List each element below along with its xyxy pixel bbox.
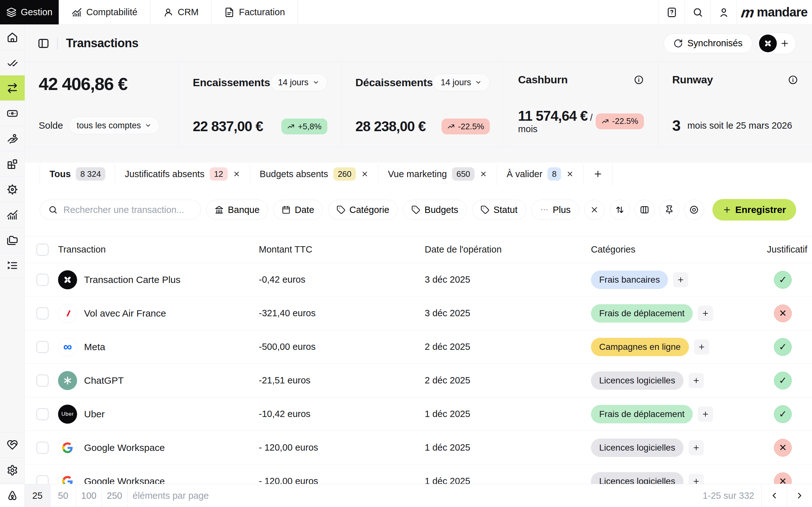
search-button[interactable] [684,0,711,24]
add-category-button[interactable] [698,406,713,422]
row-checkbox[interactable] [37,375,49,387]
sort-button[interactable] [610,200,630,220]
add-category-button[interactable] [689,440,704,455]
justificatif-status[interactable] [774,338,792,356]
table-row[interactable]: Google Workspace - 120,00 euros 1 déc 20… [25,464,812,484]
column-categories[interactable]: Catégories [591,244,767,255]
nav-tab-comptabilite[interactable]: Comptabilité [59,0,150,24]
column-justificatif[interactable]: Justificatif [767,244,812,255]
nav-tab-crm[interactable]: CRM [150,0,212,24]
filter-statut[interactable]: Statut [472,200,526,220]
category-pill[interactable]: Licences logicielles [591,372,683,390]
pin-button[interactable] [659,200,679,220]
row-checkbox[interactable] [37,442,49,454]
justificatif-status[interactable] [774,271,792,289]
next-page-button[interactable] [786,484,812,507]
decaissements-period-dropdown[interactable]: 14 jours [433,73,490,91]
filter-date[interactable]: Date [273,200,322,220]
add-category-button[interactable] [694,339,709,354]
table-row[interactable]: Transaction Carte Plus -0,42 euros 3 déc… [25,263,812,297]
category-pill[interactable]: Licences logicielles [591,472,683,484]
filter-plus[interactable]: Plus [531,200,579,220]
filter-budgets[interactable]: Budgets [403,200,467,220]
justificatif-status[interactable] [774,472,792,484]
sync-button[interactable]: Synchronisés [664,34,752,53]
nav-tab-facturation[interactable]: Facturation [212,0,298,24]
justificatif-status[interactable] [774,304,792,322]
account-button[interactable] [711,0,737,24]
sidebar-item-documents[interactable] [0,228,25,253]
row-checkbox[interactable] [37,408,49,420]
close-icon[interactable] [361,170,368,178]
save-view-button[interactable]: Enregistrer [712,199,796,221]
close-icon[interactable] [479,170,487,178]
add-category-button[interactable] [698,306,713,321]
previous-page-button[interactable] [761,484,786,507]
page-size-25[interactable]: 25 [25,484,50,507]
view-tab-a-valider[interactable]: À valider 8 [497,163,583,185]
column-date-operation[interactable]: Date de l'opération [425,244,591,255]
category-pill[interactable]: Frais de déplacement [591,405,693,424]
view-tab-justificatifs-absents[interactable]: Justificatifs absents 12 [115,163,250,185]
info-icon[interactable] [788,75,798,85]
nav-tab-gestion[interactable]: Gestion [0,0,59,24]
category-pill[interactable]: Frais bancaires [591,271,668,289]
search-box[interactable] [40,200,201,220]
clear-filters-button[interactable] [584,200,605,220]
info-icon[interactable] [634,75,644,85]
columns-button[interactable] [635,200,655,220]
help-button[interactable] [658,0,684,24]
justificatif-status[interactable] [774,405,792,423]
view-button[interactable] [684,200,704,220]
category-pill[interactable]: Licences logicielles [591,439,683,457]
column-montant-ttc[interactable]: Montant TTC [259,244,425,255]
table-row[interactable]: Google Workspace - 120,00 euros 1 déc 20… [25,431,812,464]
sidebar-item-pilot[interactable] [0,177,25,202]
accounts-filter-dropdown[interactable]: tous les comptes [69,117,160,134]
table-row[interactable]: UberUber -10,42 euros 1 déc 2025 Frais d… [25,397,812,431]
sidebar-item-accounts[interactable] [0,101,25,126]
sidebar-item-validations[interactable] [0,50,25,75]
sidebar-item-analytics[interactable] [0,202,25,228]
footer-logo[interactable] [0,484,25,507]
table-row[interactable]: ChatGPT -21,51 euros 2 déc 2025 Licences… [25,364,812,397]
view-tab-vue-marketing[interactable]: Vue marketing 650 [378,163,497,185]
select-all-checkbox[interactable] [37,244,49,256]
close-icon[interactable] [566,170,574,178]
table-row[interactable]: ∞Meta -500,00 euros 2 déc 2025 Campagnes… [25,330,812,364]
view-tab-tous[interactable]: Tous 8 324 [40,163,115,185]
row-checkbox[interactable] [37,274,49,286]
page-size-250[interactable]: 250 [102,484,128,507]
view-tab-budgets-absents[interactable]: Budgets absents 260 [250,163,378,185]
category-pill[interactable]: Frais de déplacement [591,304,693,323]
add-category-button[interactable] [673,272,688,287]
justificatif-status[interactable] [774,439,792,457]
sidebar-item-home[interactable] [0,25,25,50]
table-row[interactable]: Vol avec Air France -321,40 euros 3 déc … [25,297,812,330]
sidebar-item-partners[interactable] [0,432,25,458]
brand-logo[interactable]: m mandare [737,0,812,24]
row-checkbox[interactable] [37,341,49,353]
column-transaction[interactable]: Transaction [58,244,259,255]
sidebar-item-transactions[interactable] [0,75,25,101]
sidebar-item-integrations[interactable] [0,152,25,177]
page-size-50[interactable]: 50 [50,484,76,507]
sidebar-item-lists[interactable] [0,253,25,278]
search-input[interactable] [63,205,193,215]
sidebar-item-settings[interactable] [0,458,25,483]
add-category-button[interactable] [689,373,704,388]
sidebar-item-payroll[interactable] [0,126,25,152]
row-checkbox[interactable] [37,475,49,484]
add-workspace-icon[interactable] [780,39,790,48]
justificatif-status[interactable] [774,372,792,389]
add-category-button[interactable] [689,474,704,484]
filter-banque[interactable]: Banque [206,200,268,220]
close-icon[interactable] [233,170,241,178]
row-checkbox[interactable] [37,307,49,320]
category-pill[interactable]: Campagnes en ligne [591,338,689,356]
encaissements-period-dropdown[interactable]: 14 jours [270,73,327,91]
workspace-switcher[interactable] [757,33,796,54]
page-size-100[interactable]: 100 [76,484,102,507]
toggle-sidebar-button[interactable] [38,38,49,49]
filter-categorie[interactable]: Catégorie [328,200,398,220]
